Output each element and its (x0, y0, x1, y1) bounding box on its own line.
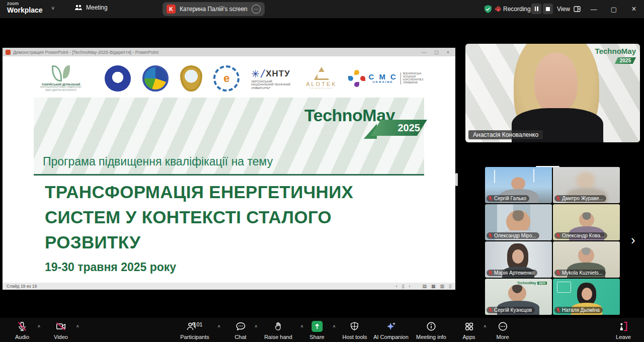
more-button[interactable]: More (496, 320, 509, 340)
participant-tile[interactable]: Олександр Міро... (485, 204, 552, 240)
ppt-restore-button[interactable]: ▢ (434, 50, 439, 55)
tab-shared-screen-label: Катерина Палій's screen (180, 6, 248, 13)
chevron-down-icon[interactable]: ˅ (51, 5, 54, 11)
share-options-chevron[interactable]: ˄ (333, 324, 335, 329)
ppt-close-button[interactable]: × (447, 50, 449, 55)
active-speaker-video[interactable]: TechnoMay 2025 Анастасія Коноваленко (465, 44, 640, 142)
participant-name: Олександр Кова... (562, 233, 604, 238)
shared-screen-scrollbar[interactable] (455, 173, 458, 186)
slide-thumb-icon[interactable]: ▯ (402, 284, 405, 289)
prev-slide-button[interactable]: ‹ (396, 284, 397, 289)
leave-label: Leave (616, 334, 631, 340)
apps-options-chevron[interactable]: ˄ (484, 324, 486, 329)
people-icon (74, 4, 83, 11)
chat-options-chevron[interactable]: ˄ (255, 324, 257, 329)
participant-name: Дмитро Жураве... (562, 196, 603, 201)
logo-gold-shield (180, 65, 202, 92)
apps-label: Apps (462, 334, 475, 340)
audio-options-chevron[interactable]: ˄ (38, 324, 40, 329)
reading-view-button[interactable]: ▥ (440, 284, 445, 289)
logo-renewable-energy-institute (142, 65, 169, 92)
minimize-window-button[interactable]: — (584, 0, 604, 18)
security-shield-icon[interactable] (484, 5, 493, 14)
info-icon (426, 321, 437, 332)
chat-label: Chat (234, 334, 246, 340)
normal-view-button[interactable]: ▤ (423, 284, 427, 289)
recording-cloud-icon (495, 6, 502, 12)
logo-tsatu: ТАВРІЙСЬКИЙ ДЕРЖАВНИЙ АГРОТЕХНОЛОГІЧНИЙ … (29, 65, 93, 92)
avatar: K (167, 5, 176, 14)
slide-title-line1: ТРАНСФОРМАЦІЯ ЕНЕРГЕТИЧНИХ (45, 182, 353, 202)
participants-count-badge: 101 (193, 322, 202, 327)
participant-tile[interactable]: Марія Артеменко (485, 241, 552, 278)
more-icon (497, 321, 508, 332)
multicolor-emblem-icon (142, 65, 169, 92)
chat-button[interactable]: ˄ Chat (234, 320, 246, 340)
slide-title-line2: СИСТЕМ У КОНТЕКСТІ СТАЛОГО (45, 207, 332, 227)
logo-alotek: ALOTEK TECHNOLOGY (306, 67, 337, 90)
technomay-background-logo: TechnoMay 2025 (595, 47, 636, 64)
ppt-minimize-button[interactable]: — (422, 50, 426, 55)
powerpoint-statusbar: Слайд 19 из 19 ‹ ▯ › ▤ ▦ ▥ ▯ (3, 283, 455, 290)
leaf-icon (52, 65, 70, 81)
gallery-next-page-button[interactable]: › (631, 233, 635, 246)
meeting-info-label: Meeting info (416, 334, 446, 340)
share-screen-icon (311, 321, 323, 332)
video-options-chevron[interactable]: ˄ (76, 324, 79, 329)
participant-tile[interactable]: Олександр Кова... (553, 204, 620, 240)
audio-label: Audio (15, 334, 29, 340)
raise-hand-options-chevron[interactable]: ˄ (301, 324, 303, 329)
grid-view-button[interactable]: ▦ (431, 284, 436, 289)
participant-tile[interactable]: TechnoMay 2025 Сергій Кузнєцов (485, 279, 552, 315)
apps-icon (463, 321, 474, 332)
logo-cmc-ukraine: C M C UKRAINE ВСЕУКРАЇНСЬКА АСОЦІАЦІЯ КО… (348, 70, 429, 87)
presenter-view-button[interactable]: ▯ (449, 284, 451, 289)
view-button[interactable]: View (557, 6, 581, 13)
participant-tile[interactable]: Дмитро Жураве... (553, 167, 620, 203)
audio-button[interactable]: ˄ Audio (15, 320, 29, 340)
technomay-background-logo: TechnoMay 2025 (517, 281, 547, 285)
host-tools-button[interactable]: Host tools (343, 320, 367, 340)
tab-meeting[interactable]: Meeting (74, 4, 108, 11)
tab-shared-screen[interactable]: K Катерина Палій's screen ⋯ (163, 2, 265, 16)
energy-e-icon: e (213, 65, 239, 92)
participants-options-chevron[interactable]: ˄ (217, 324, 220, 329)
participant-name: Сергій Галько (494, 196, 526, 201)
technomay-logo: TechnoMay 2025 (304, 106, 430, 141)
maximize-window-button[interactable]: ▢ (604, 0, 624, 18)
muted-mic-icon (556, 307, 560, 313)
participants-button[interactable]: 101 ˄ Participants (180, 320, 209, 340)
participant-tile[interactable]: Mykola Kuzniets... (553, 241, 620, 278)
powerpoint-titlebar[interactable]: Демонстрация PowerPoint - [TechnoMay-202… (3, 48, 455, 56)
participant-name: Олександр Міро... (494, 233, 536, 238)
participants-label: Participants (180, 334, 209, 340)
stop-recording-button[interactable] (543, 4, 553, 14)
apps-button[interactable]: ˄ Apps (462, 320, 475, 340)
share-button[interactable]: ˄ Share (309, 320, 324, 340)
participant-tile[interactable]: Наталя ДьомІна (553, 279, 620, 315)
raise-hand-icon (273, 321, 283, 332)
participant-tile[interactable]: Сергій Галько (485, 167, 552, 203)
powerpoint-window: Демонстрация PowerPoint - [TechnoMay-202… (3, 48, 455, 290)
leave-button[interactable]: Leave (616, 320, 631, 340)
powerpoint-window-title: Демонстрация PowerPoint - [TechnoMay-202… (13, 50, 419, 55)
slide-canvas: ТАВРІЙСЬКИЙ ДЕРЖАВНИЙ АГРОТЕХНОЛОГІЧНИЙ … (3, 56, 455, 283)
pause-recording-button[interactable] (531, 4, 541, 14)
camera-off-icon (55, 321, 67, 332)
raise-hand-label: Raise hand (264, 334, 292, 340)
participant-name: Mykola Kuzniets... (562, 270, 603, 276)
participant-name: Сергій Кузнєцов (494, 307, 532, 313)
next-slide-button[interactable]: › (409, 284, 411, 289)
tab-options-icon[interactable]: ⋯ (252, 5, 261, 14)
meeting-info-button[interactable]: Meeting info (416, 320, 446, 340)
video-button[interactable]: ˄ Video (54, 320, 68, 340)
gold-shield-icon (180, 65, 202, 92)
participant-name: Наталя ДьомІна (562, 307, 600, 313)
close-window-button[interactable]: × (624, 0, 644, 18)
ai-companion-button[interactable]: AI Companion (373, 320, 409, 340)
host-tools-shield-icon (350, 321, 360, 332)
raise-hand-button[interactable]: ˄ Raise hand (264, 320, 292, 340)
logo-khntu: ✳/ХНТУ ХЕРСОНСЬКИЙ НАЦІОНАЛЬНИЙ ТЕХНІЧНИ… (251, 67, 294, 90)
speaker-name-label: Анастасія Коноваленко (468, 130, 543, 139)
zoom-titlebar: zoom Workplace ˅ Meeting K Катерина Палі… (0, 0, 644, 18)
